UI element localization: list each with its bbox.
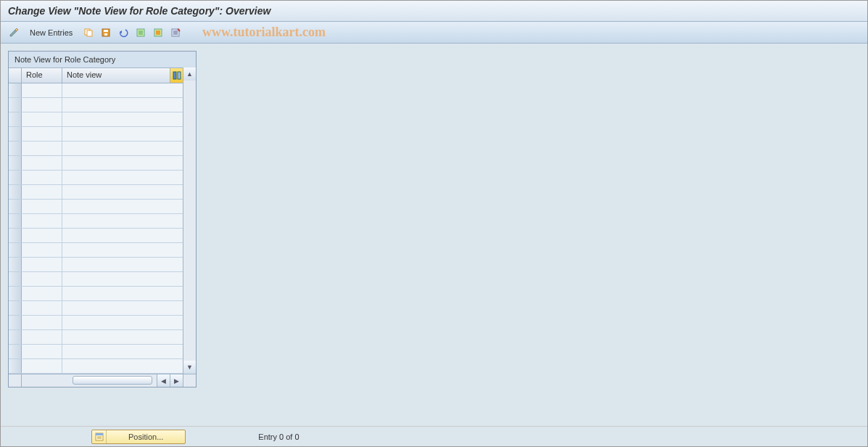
table-row[interactable] [9, 345, 183, 359]
scroll-right-icon[interactable]: ▶ [170, 374, 183, 387]
table-row[interactable] [9, 229, 183, 243]
row-selector[interactable] [9, 229, 22, 242]
row-selector[interactable] [9, 330, 22, 344]
cell-note-view[interactable] [62, 243, 183, 257]
cell-note-view[interactable] [62, 83, 183, 97]
cell-note-view[interactable] [62, 287, 183, 300]
horizontal-scrollbar[interactable]: ◀ ▶ [9, 374, 196, 387]
cell-role[interactable] [22, 214, 62, 228]
cell-role[interactable] [22, 359, 62, 373]
select-all-icon[interactable] [133, 25, 148, 40]
row-selector[interactable] [9, 258, 22, 271]
table-row[interactable] [9, 301, 183, 316]
row-selector[interactable] [9, 142, 22, 155]
table-row[interactable] [9, 127, 183, 142]
cell-note-view[interactable] [62, 127, 183, 141]
table-row[interactable] [9, 142, 183, 156]
cell-note-view[interactable] [62, 301, 183, 315]
cell-note-view[interactable] [62, 229, 183, 242]
row-selector[interactable] [9, 214, 22, 228]
cell-note-view[interactable] [62, 316, 183, 329]
table-row[interactable] [9, 83, 183, 98]
cell-note-view[interactable] [62, 112, 183, 126]
deselect-all-icon[interactable] [151, 25, 165, 40]
scroll-up-icon[interactable]: ▲ [183, 67, 196, 81]
table-row[interactable] [9, 171, 183, 185]
cell-note-view[interactable] [62, 258, 183, 271]
cell-role[interactable] [22, 185, 62, 199]
table-row[interactable] [9, 272, 183, 287]
table-row[interactable] [9, 98, 183, 112]
cell-role[interactable] [22, 171, 62, 184]
row-selector[interactable] [9, 127, 22, 141]
row-selector[interactable] [9, 171, 22, 184]
cell-role[interactable] [22, 112, 62, 126]
cell-note-view[interactable] [62, 272, 183, 286]
cell-role[interactable] [22, 345, 62, 358]
row-selector[interactable] [9, 112, 22, 126]
cell-note-view[interactable] [62, 345, 183, 358]
cell-note-view[interactable] [62, 200, 183, 213]
row-selector[interactable] [9, 156, 22, 170]
table-row[interactable] [9, 287, 183, 301]
cell-role[interactable] [22, 316, 62, 329]
cell-note-view[interactable] [62, 359, 183, 373]
scroll-left-icon[interactable]: ◀ [157, 374, 170, 387]
cell-note-view[interactable] [62, 171, 183, 184]
hscroll-track[interactable] [22, 374, 157, 387]
row-selector[interactable] [9, 345, 22, 358]
cell-role[interactable] [22, 272, 62, 286]
row-selector[interactable] [9, 98, 22, 112]
cell-note-view[interactable] [62, 185, 183, 199]
row-selector[interactable] [9, 301, 22, 315]
table-row[interactable] [9, 330, 183, 345]
scroll-track[interactable] [183, 81, 196, 361]
cell-role[interactable] [22, 301, 62, 315]
delete-icon[interactable] [168, 25, 183, 40]
row-selector[interactable] [9, 359, 22, 373]
toggle-change-icon[interactable] [7, 25, 21, 40]
row-selector[interactable] [9, 287, 22, 300]
table-row[interactable] [9, 316, 183, 330]
new-entries-button[interactable]: New Entries [24, 27, 78, 38]
scroll-down-icon[interactable]: ▼ [183, 361, 196, 374]
configure-columns-icon[interactable] [170, 68, 183, 83]
cell-role[interactable] [22, 142, 62, 155]
table-row[interactable] [9, 359, 183, 374]
cell-role[interactable] [22, 258, 62, 271]
table-row[interactable] [9, 214, 183, 229]
row-selector[interactable] [9, 316, 22, 329]
undo-icon[interactable] [116, 25, 131, 40]
table-row[interactable] [9, 200, 183, 214]
column-note-view[interactable]: Note view [62, 68, 170, 83]
row-selector[interactable] [9, 200, 22, 213]
save-icon[interactable] [99, 25, 113, 40]
copy-icon[interactable] [81, 25, 96, 40]
table-row[interactable] [9, 112, 183, 127]
cell-role[interactable] [22, 127, 62, 141]
row-selector[interactable] [9, 243, 22, 257]
cell-role[interactable] [22, 200, 62, 213]
header-selector[interactable] [9, 68, 22, 83]
hscroll-thumb[interactable] [73, 376, 152, 385]
table-row[interactable] [9, 185, 183, 200]
table-row[interactable] [9, 156, 183, 171]
cell-role[interactable] [22, 287, 62, 300]
cell-role[interactable] [22, 243, 62, 257]
vertical-scrollbar[interactable]: ▲ ▼ [183, 67, 196, 374]
table-row[interactable] [9, 243, 183, 258]
cell-role[interactable] [22, 156, 62, 170]
table-row[interactable] [9, 258, 183, 272]
column-role[interactable]: Role [22, 68, 62, 83]
cell-role[interactable] [22, 98, 62, 112]
row-selector[interactable] [9, 272, 22, 286]
cell-note-view[interactable] [62, 330, 183, 344]
cell-note-view[interactable] [62, 214, 183, 228]
cell-role[interactable] [22, 330, 62, 344]
cell-note-view[interactable] [62, 142, 183, 155]
position-button[interactable]: Position... [91, 430, 186, 444]
cell-role[interactable] [22, 83, 62, 97]
row-selector[interactable] [9, 185, 22, 199]
cell-note-view[interactable] [62, 98, 183, 112]
cell-note-view[interactable] [62, 156, 183, 170]
